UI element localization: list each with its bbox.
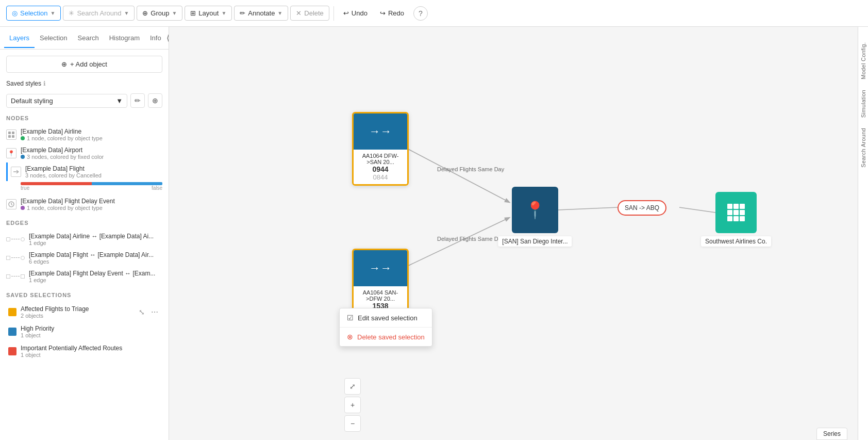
zoom-in-button[interactable]: +: [344, 397, 361, 413]
flight-delay-sub: 1 node, colored by object type: [21, 205, 115, 211]
undo-label: Undo: [352, 9, 368, 17]
delete-icon: ✕: [296, 9, 302, 17]
saved-styles-label: Saved styles ℹ: [6, 80, 46, 87]
series-button[interactable]: Series: [816, 428, 847, 440]
flight-2-title: AA1064 SAN->DFW 20...: [357, 289, 404, 302]
group-icon: ⊕: [142, 9, 148, 17]
flight-delay-node-icon: [6, 199, 16, 209]
pin-icon: 📍: [525, 200, 545, 220]
edge-airline-sub: 1 edge: [29, 240, 154, 246]
series-label: Series: [823, 430, 841, 437]
node-item-flight[interactable]: [Example Data] Flight 3 nodes, colored b…: [6, 162, 162, 181]
edge-flight-delay-sub: 1 edge: [29, 277, 155, 283]
svg-line-12: [558, 207, 617, 210]
node-item-airport[interactable]: 📍 [Example Data] Airport 3 nodes, colore…: [6, 144, 162, 162]
fit-view-button[interactable]: ⤢: [344, 378, 361, 395]
tab-search[interactable]: Search: [73, 29, 104, 48]
saved-selection-affected[interactable]: Affected Flights to Triage 2 objects ⤡ ⋯: [6, 302, 162, 322]
saved-selection-important[interactable]: Important Potentially Affected Routes 1 …: [6, 341, 162, 361]
context-menu: ☑ Edit saved selection ⊗ Delete saved se…: [339, 308, 432, 347]
svg-rect-0: [8, 132, 11, 134]
edit-style-button[interactable]: ✏: [130, 93, 145, 108]
help-icon: ?: [419, 9, 423, 18]
delete-button[interactable]: ✕ Delete: [290, 6, 329, 21]
airline-name: [Example Data] Airline: [21, 128, 103, 135]
flight-arrow-icon: →→: [369, 125, 392, 138]
redo-button[interactable]: ↪ Redo: [375, 6, 409, 20]
svg-rect-1: [12, 132, 14, 134]
right-tab-model-config[interactable]: Model Config.: [858, 37, 869, 85]
node-item-airline[interactable]: [Example Data] Airline 1 node, colored b…: [6, 125, 162, 144]
saved-sel-color-high: [8, 328, 16, 336]
edit-saved-selection-label: Edit saved selection: [358, 314, 418, 322]
flight-1-title: AA1064 DFW->SAN 20...: [357, 153, 404, 165]
flight-node-1[interactable]: →→ AA1064 DFW->SAN 20... 0944 0844: [352, 112, 409, 186]
svg-rect-3: [12, 135, 14, 138]
undo-button[interactable]: ↩ Undo: [338, 6, 373, 20]
delete-saved-selection-item[interactable]: ⊗ Delete saved selection: [340, 328, 432, 346]
selection-button[interactable]: ◎ Selection ▼: [6, 6, 61, 21]
edit-saved-selection-item[interactable]: ☑ Edit saved selection: [340, 308, 432, 327]
annotate-button[interactable]: ✏ Annotate ▼: [234, 6, 288, 21]
layout-label: Layout: [198, 9, 219, 17]
edge-line: [11, 239, 20, 240]
airport-node[interactable]: 📍: [512, 187, 558, 233]
add-object-button[interactable]: ⊕ + Add object: [6, 56, 162, 73]
search-around-button[interactable]: ✳ Search Around ▼: [63, 6, 135, 21]
redo-icon: ↪: [380, 9, 386, 17]
route-node[interactable]: SAN -> ABQ: [617, 200, 666, 216]
tab-selection[interactable]: Selection: [35, 29, 72, 48]
zoom-out-button[interactable]: −: [344, 415, 361, 432]
airport-node-wrapper[interactable]: 📍 [SAN] San Diego Inter...: [512, 187, 558, 233]
style-select[interactable]: Default styling ▼: [6, 94, 127, 108]
add-style-button[interactable]: ⊕: [148, 93, 162, 108]
help-button[interactable]: ?: [413, 6, 428, 21]
tab-histogram[interactable]: Histogram: [104, 29, 145, 48]
saved-sel-count-affected: 2 objects: [21, 313, 132, 319]
flight-arrow-icon-2: →→: [369, 262, 392, 275]
undo-icon: ↩: [343, 9, 349, 17]
graph-canvas[interactable]: Delayed Flights Same Day Delayed Flights…: [169, 27, 858, 440]
saved-sel-share-button[interactable]: ⤡: [137, 307, 147, 317]
flight-delay-name: [Example Data] Flight Delay Event: [21, 198, 115, 205]
airline-sub: 1 node, colored by object type: [21, 135, 103, 141]
tab-info[interactable]: Info: [145, 29, 166, 48]
airline-node-wrapper[interactable]: Southwest Airlines Co.: [715, 192, 757, 233]
edge-icon-left: [6, 237, 10, 241]
svg-line-13: [679, 207, 715, 213]
saved-sel-count-high: 1 object: [21, 332, 160, 338]
annotate-icon: ✏: [240, 9, 245, 17]
edge-icon-right: [21, 237, 25, 241]
zoom-tools: ⤢ + −: [344, 378, 361, 432]
right-tab-simulation[interactable]: Simulation: [858, 85, 869, 123]
flight-node-2[interactable]: →→ AA1064 SAN->DFW 20... 1538: [352, 249, 409, 315]
selection-caret: ▼: [50, 10, 55, 16]
saved-sel-name-high: High Priority: [21, 325, 160, 332]
edge-item-airline[interactable]: [Example Data] Airline ↔ [Example Data] …: [6, 230, 162, 249]
layout-icon: ⊞: [190, 9, 196, 17]
edge-item-flight-air[interactable]: [Example Data] Flight ↔ [Example Data] A…: [6, 249, 162, 267]
search-around-label: Search Around: [77, 9, 121, 17]
airline-node-icon: [6, 129, 16, 140]
tab-layers[interactable]: Layers: [4, 29, 35, 48]
right-tab-search-around[interactable]: Search Around: [858, 123, 869, 173]
group-button[interactable]: ⊕ Group ▼: [137, 6, 182, 21]
saved-selection-high-priority[interactable]: High Priority 1 object: [6, 322, 162, 341]
airline-node[interactable]: [715, 192, 757, 233]
annotate-caret: ▼: [277, 10, 282, 16]
saved-sel-count-important: 1 object: [21, 352, 160, 358]
edge-flight-air-sub: 6 edges: [29, 258, 154, 265]
edge-item-flight-delay[interactable]: [Example Data] Flight Delay Event ↔ [Exa…: [6, 267, 162, 286]
toolbar: ◎ Selection ▼ ✳ Search Around ▼ ⊕ Group …: [0, 0, 868, 27]
flight-name: [Example Data] Flight: [25, 165, 102, 172]
sidebar: Layers Selection Search Histogram Info ⟪…: [0, 27, 169, 440]
info-icon: ℹ: [43, 80, 46, 87]
layout-button[interactable]: ⊞ Layout ▼: [185, 6, 232, 21]
saved-sel-more-button[interactable]: ⋯: [149, 307, 160, 317]
edge-icon-right3: [21, 274, 25, 279]
group-caret: ▼: [172, 10, 177, 16]
saved-selections-section-title: SAVED SELECTIONS: [6, 292, 162, 298]
node-item-flight-delay[interactable]: [Example Data] Flight Delay Event 1 node…: [6, 195, 162, 214]
airline-label: Southwest Airlines Co.: [701, 236, 771, 247]
saved-sel-name-important: Important Potentially Affected Routes: [21, 345, 160, 352]
